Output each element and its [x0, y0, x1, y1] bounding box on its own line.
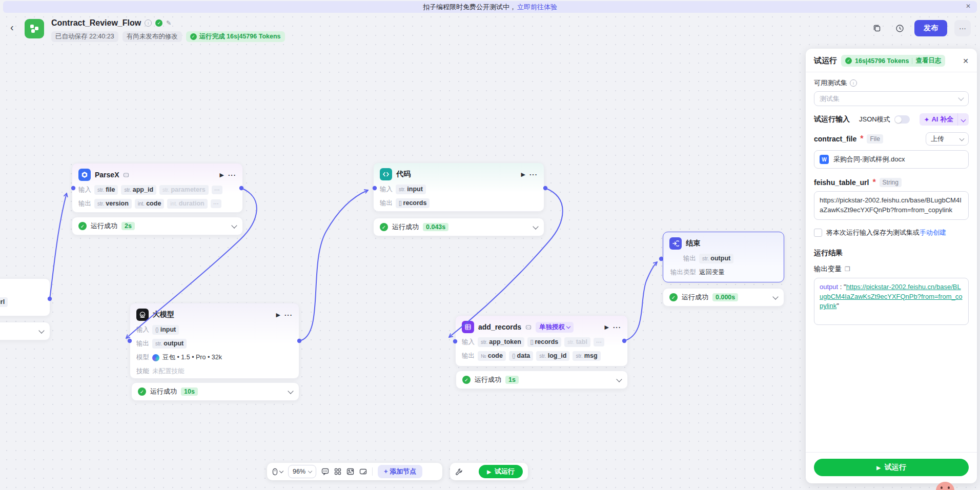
testset-select[interactable]: 测试集 [814, 91, 969, 106]
input-label: 输入 [136, 325, 149, 334]
chevron-down-icon[interactable] [772, 294, 778, 299]
auto-layout-icon[interactable] [334, 468, 341, 475]
chevron-down-icon[interactable] [38, 328, 44, 333]
run-node-button[interactable]: ▶ [521, 171, 525, 178]
chevron-down-icon[interactable] [533, 223, 538, 229]
duplicate-icon[interactable] [869, 21, 885, 36]
required-star: * [872, 178, 875, 187]
output-label: 输出 [136, 339, 149, 348]
docx-file-icon: W [820, 155, 829, 164]
node-end[interactable]: 结束 输出 str.output 输出类型 返回变量 [663, 232, 784, 282]
output-var-label: 输出变量 [814, 264, 842, 274]
json-mode-toggle[interactable] [894, 115, 910, 124]
run-complete-badge[interactable]: ✓ 运行完成 16s|45796 Tokens [186, 31, 285, 42]
skill-value: 未配置技能 [152, 367, 185, 376]
run-node-button[interactable]: ▶ [220, 172, 224, 178]
canvas-edit-icon[interactable] [359, 468, 367, 475]
comment-icon[interactable] [321, 468, 329, 475]
node-llm[interactable]: 大模型 ▶ ··· 输入 {}input 输出 str.output 模型 豆包… [130, 303, 299, 379]
status-text: 运行成功 [682, 293, 708, 302]
param-tag: str.msg [573, 351, 600, 361]
output-label: 输出 [78, 199, 91, 208]
header-more-button[interactable]: ··· [954, 20, 971, 36]
info-icon[interactable]: i [850, 79, 857, 87]
node-menu-button[interactable]: ··· [284, 311, 293, 319]
node-menu-button[interactable]: ··· [529, 171, 538, 178]
status-parsex[interactable]: ✓ 运行成功 2s [72, 217, 243, 235]
chevron-down-icon[interactable] [616, 376, 622, 382]
check-icon: ✓ [190, 33, 197, 40]
test-run-button[interactable]: ▶ 试运行 [479, 465, 523, 478]
success-icon: ✓ [78, 222, 87, 230]
history-icon[interactable] [892, 21, 907, 36]
zoom-level: 96% [293, 468, 305, 475]
upload-select[interactable]: 上传 [926, 132, 969, 146]
panel-test-run-button[interactable]: ▶ 试运行 [814, 459, 969, 476]
back-button[interactable]: ‹ [10, 22, 14, 32]
field-name: feishu_table_url [814, 178, 869, 187]
auth-badge[interactable]: 单独授权 [536, 322, 574, 333]
panel-close-icon[interactable]: ✕ [963, 57, 969, 65]
duration-badge: 10s [181, 387, 198, 396]
status-end[interactable]: ✓ 运行成功 0.000s [663, 288, 784, 307]
edit-icon[interactable]: ✎ [166, 19, 171, 27]
node-menu-button[interactable]: ··· [228, 171, 236, 179]
divider [372, 467, 373, 476]
status-start[interactable] [0, 322, 50, 340]
output-key: output [820, 283, 838, 291]
add-node-button[interactable]: + 添加节点 [378, 465, 422, 478]
chevron-down-icon[interactable] [279, 469, 283, 473]
more-params-badge[interactable]: ··· [212, 186, 222, 194]
copy-icon[interactable]: ❐ [845, 266, 850, 273]
param-tag: str.parameters [159, 185, 209, 195]
run-result-title: 运行结果 [814, 249, 969, 258]
node-start-partial[interactable]: table_url [0, 278, 50, 316]
panel-run-badge: ✓ 16s|45796 Tokens 查看日志 [841, 55, 945, 67]
chevron-down-icon[interactable] [231, 222, 237, 228]
output-result-box: output : "https://pickstar-2002.feishu.c… [814, 278, 969, 325]
node-menu-button[interactable]: ··· [613, 323, 621, 331]
uploaded-file-chip[interactable]: W 采购合同-测试样例.docx [814, 150, 969, 169]
info-icon[interactable]: i [145, 19, 152, 27]
param-tag: []records [396, 198, 430, 208]
param-tag: str.app_token [478, 337, 524, 347]
ai-complete-button[interactable]: ✦AI 补全 [920, 113, 969, 126]
run-node-button[interactable]: ▶ [605, 324, 609, 331]
node-code[interactable]: 代码 ▶ ··· 输入 str.input 输出 []records [373, 162, 544, 212]
testset-placeholder: 测试集 [820, 94, 840, 104]
success-icon: ✓ [669, 293, 678, 301]
wrench-icon[interactable] [455, 468, 463, 476]
param-tag: str.output [699, 254, 733, 263]
banner-close-icon[interactable]: ✕ [966, 3, 971, 10]
ai-complete-dropdown[interactable] [957, 113, 969, 126]
view-logs-link[interactable]: 查看日志 [915, 56, 941, 65]
more-params-badge[interactable]: ··· [211, 199, 221, 208]
flow-logo-icon [29, 23, 40, 34]
param-tag: []records [527, 337, 561, 347]
node-title: add_records [478, 323, 521, 331]
output-label: 输出 [669, 254, 696, 263]
url-input[interactable]: https://pickstar-2002.feishu.cn/base/BLu… [814, 191, 969, 220]
banner-link[interactable]: 立即前往体验 [517, 3, 557, 12]
doubao-icon [152, 354, 159, 361]
divider [912, 58, 912, 64]
status-code[interactable]: ✓ 运行成功 0.043s [373, 218, 544, 236]
save-testset-checkbox[interactable] [814, 229, 822, 237]
param-tag: str.app_id [121, 185, 156, 195]
status-text: 运行成功 [475, 375, 501, 384]
export-image-icon[interactable] [346, 468, 354, 475]
more-params-badge[interactable]: ··· [594, 338, 604, 346]
publish-button[interactable]: 发布 [914, 20, 947, 36]
run-node-button[interactable]: ▶ [276, 312, 280, 318]
pointer-mode-icon[interactable] [272, 468, 278, 476]
node-parsex[interactable]: ParseX ▶ ··· 输入 str.file str.app_id str.… [72, 163, 243, 213]
node-add-records[interactable]: add_records 单独授权 ▶ ··· 输入 str.app_token … [455, 315, 628, 366]
workflow-logo [25, 19, 44, 38]
zoom-select[interactable]: 96% [288, 465, 316, 478]
chevron-down-icon[interactable] [288, 388, 293, 394]
status-add-records[interactable]: ✓ 运行成功 1s [456, 371, 628, 389]
field-type-tag: String [880, 178, 902, 187]
manual-create-link[interactable]: 手动创建 [920, 229, 946, 236]
param-tag: {}input [152, 325, 179, 335]
status-llm[interactable]: ✓ 运行成功 10s [131, 382, 299, 401]
